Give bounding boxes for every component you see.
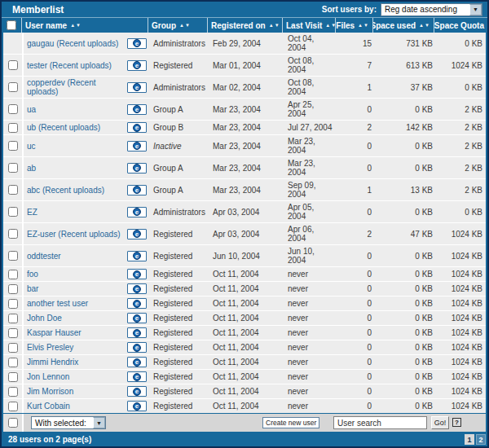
username-link[interactable]: uc [27, 142, 36, 151]
email-button[interactable]: e [127, 163, 147, 173]
row-checkbox[interactable] [8, 207, 18, 217]
email-button[interactable]: e [127, 269, 147, 279]
table-row: bar e Registered Oct 11, 2004 never 0 0 … [3, 282, 486, 296]
row-checkbox[interactable] [8, 123, 18, 133]
username-link[interactable]: tester (Recent uploads) [27, 61, 112, 70]
row-checkbox-cell [3, 179, 24, 200]
row-checkbox[interactable] [8, 82, 18, 92]
row-checkbox[interactable] [8, 104, 18, 114]
page-title: Memberlist [12, 4, 322, 15]
email-button[interactable]: e [127, 229, 147, 239]
username-link[interactable]: oddtester [27, 252, 61, 261]
username-link[interactable]: EZ [27, 208, 37, 217]
username-link[interactable]: ua [27, 105, 36, 114]
sort-arrows-icon[interactable]: ▲▼ [179, 23, 191, 28]
files-cell: 0 [337, 135, 375, 156]
row-checkbox[interactable] [8, 251, 18, 261]
row-checkbox[interactable] [8, 314, 18, 323]
header-last-visit[interactable]: Last Visit ▲▼ [283, 18, 336, 33]
chevron-down-icon: ▼ [93, 417, 105, 428]
row-checkbox[interactable] [8, 372, 18, 382]
username-link[interactable]: ub (Recent uploads) [27, 123, 100, 132]
row-checkbox-cell [3, 135, 24, 156]
row-checkbox[interactable] [8, 60, 18, 70]
row-checkbox[interactable] [8, 229, 18, 239]
table-row: foo e Registered Oct 11, 2004 never 0 0 … [3, 267, 486, 282]
header-user-name[interactable]: User name ▲▼ [22, 18, 148, 33]
email-button[interactable]: e [127, 141, 147, 152]
space-used-cell: 13 KB [375, 179, 436, 200]
header-space-used[interactable]: Space used ▲▼ [373, 18, 434, 33]
email-button[interactable]: e [127, 82, 147, 93]
email-button[interactable]: e [127, 185, 147, 195]
help-icon[interactable]: ? [452, 418, 461, 427]
sort-arrows-icon[interactable]: ▲▼ [358, 23, 369, 28]
row-checkbox-cell [3, 267, 24, 281]
user-search-input[interactable] [333, 416, 427, 429]
email-button[interactable]: e [127, 371, 147, 382]
username-link[interactable]: gaugau (Recent uploads) [27, 39, 118, 48]
row-checkbox[interactable] [8, 402, 18, 411]
username-link[interactable]: foo [27, 270, 38, 279]
sort-arrows-icon[interactable]: ▲▼ [70, 23, 82, 28]
sort-arrows-icon[interactable]: ▲▼ [325, 23, 336, 28]
username-link[interactable]: Jim Morrison [27, 387, 73, 396]
username-link[interactable]: Jon Lennon [27, 372, 69, 381]
username-link[interactable]: copperdev (Recent uploads) [27, 78, 96, 96]
group-cell: Registered [150, 340, 209, 354]
username-link[interactable]: Kaspar Hauser [27, 328, 82, 337]
registered-on-cell: Apr 03, 2004 [209, 223, 284, 244]
email-button[interactable]: e [127, 313, 147, 323]
username-link[interactable]: ab [27, 164, 36, 173]
email-button[interactable]: e [127, 251, 147, 261]
sort-select[interactable]: Reg date ascending ▼ [381, 3, 482, 16]
row-checkbox[interactable] [8, 328, 18, 338]
email-button[interactable]: e [127, 104, 147, 115]
select-all-checkbox[interactable] [7, 20, 16, 30]
sort-arrows-icon[interactable]: ▲▼ [269, 23, 280, 28]
go-button[interactable]: Go! [431, 416, 449, 429]
username-link[interactable]: Jimmi Hendrix [27, 358, 78, 367]
header-registered-on[interactable]: Registered on ▲▼ [208, 18, 283, 33]
email-button[interactable]: e [127, 327, 147, 338]
email-cell: e [124, 121, 150, 134]
email-button[interactable]: e [127, 342, 147, 353]
row-checkbox[interactable] [8, 163, 18, 173]
username-link[interactable]: Kurt Cobain [27, 402, 70, 411]
username-link[interactable]: another test user [27, 299, 88, 308]
username-link[interactable]: Elvis Presley [27, 343, 73, 352]
email-button[interactable]: e [127, 298, 147, 309]
page-link[interactable]: 2 [476, 434, 486, 445]
create-new-user-button[interactable]: Create new user [262, 417, 319, 428]
email-button[interactable]: e [127, 357, 147, 367]
row-checkbox-cell [3, 33, 24, 54]
email-button[interactable]: e [127, 122, 147, 133]
row-checkbox[interactable] [8, 343, 18, 353]
bulk-select-checkbox[interactable] [8, 418, 18, 428]
row-checkbox[interactable] [8, 185, 18, 195]
header-files[interactable]: Files ▲▼ [336, 18, 373, 33]
with-selected-select[interactable]: With selected: ▼ [31, 416, 106, 429]
row-checkbox[interactable] [8, 270, 18, 279]
email-button[interactable]: e [127, 401, 147, 411]
row-checkbox[interactable] [8, 284, 18, 294]
row-checkbox[interactable] [8, 299, 18, 309]
page-link-current[interactable]: 1 [465, 434, 474, 445]
username-link[interactable]: EZ-user (Recent uploads) [27, 230, 121, 239]
row-checkbox[interactable] [8, 141, 18, 151]
email-button[interactable]: e [127, 283, 147, 294]
username-link[interactable]: abc (Recent uploads) [27, 186, 104, 195]
email-button[interactable]: e [127, 60, 147, 71]
group-cell: Administrators [150, 201, 209, 222]
row-checkbox[interactable] [8, 387, 18, 397]
sort-arrows-icon[interactable]: ▲▼ [419, 23, 430, 28]
header-group[interactable]: Group ▲▼ [148, 18, 208, 33]
username-cell: Elvis Presley [24, 340, 124, 354]
email-button[interactable]: e [127, 207, 147, 217]
row-checkbox[interactable] [8, 358, 18, 367]
email-button[interactable]: e [127, 386, 147, 397]
row-checkbox-cell [3, 201, 24, 222]
username-link[interactable]: bar [27, 284, 38, 293]
username-link[interactable]: John Doe [27, 314, 62, 323]
email-button[interactable]: e [127, 38, 147, 49]
